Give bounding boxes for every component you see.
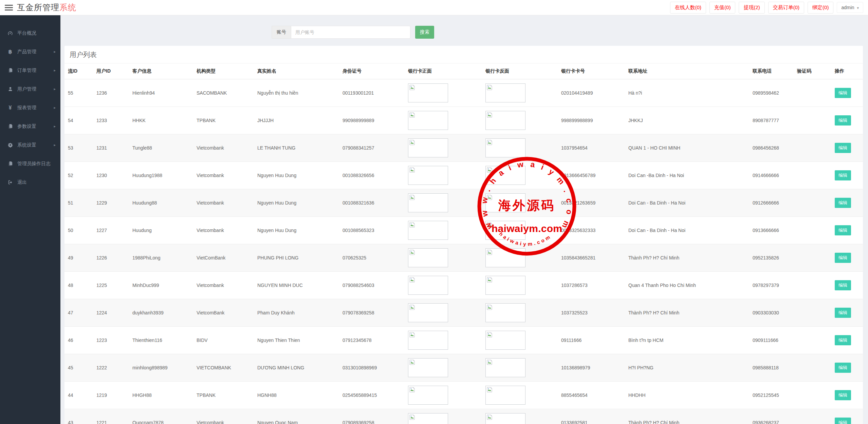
panel-title: 用户列表 <box>64 46 863 63</box>
top-link-1[interactable]: 充值(0) <box>709 2 735 14</box>
cell-real-name: JHJJJH <box>254 107 339 134</box>
cell-card-number: 998899988899 <box>558 107 625 134</box>
sidebar-item-8[interactable]: 退出 <box>0 173 60 192</box>
broken-image-icon <box>409 112 415 118</box>
cell-phone: 0936268237 <box>749 409 794 424</box>
broken-image-icon <box>486 332 493 338</box>
edit-button[interactable]: 编辑 <box>835 115 851 126</box>
cell-id-number: 001088565323 <box>339 216 405 244</box>
sidebar-item-6[interactable]: 系统设置▸ <box>0 136 60 154</box>
cell-card-number: 1035843665281 <box>558 244 625 271</box>
cell-address: Bình t?n tp HCM <box>625 326 749 354</box>
table-row: 48 1225 MinhDuc999 Vietcombank NGUYEN MI… <box>64 271 863 299</box>
broken-image-icon <box>409 222 415 228</box>
edit-button[interactable]: 编辑 <box>835 88 851 98</box>
column-header: 联系电话 <box>749 63 794 79</box>
hamburger-menu-icon[interactable] <box>5 5 13 11</box>
cell-flow-id: 54 <box>64 107 93 134</box>
sidebar-item-2[interactable]: 订单管理▸ <box>0 61 60 80</box>
table-row: 52 1230 Huudung1988 Vietcombank Nguyen H… <box>64 161 863 189</box>
bank-card-back-image <box>485 276 525 295</box>
sidebar-item-0[interactable]: 平台概况 <box>0 24 60 42</box>
broken-image-icon <box>486 139 493 146</box>
search-input[interactable] <box>291 26 410 39</box>
cell-real-name: DƯƠNG MINH LONG <box>254 354 339 381</box>
column-header: 验证码 <box>794 63 831 79</box>
search-field-label: 账号 <box>272 26 291 39</box>
bank-card-front-image <box>408 276 448 295</box>
edit-button[interactable]: 编辑 <box>835 198 851 208</box>
edit-button[interactable]: 编辑 <box>835 363 851 373</box>
sidebar-item-label: 平台概况 <box>17 30 36 36</box>
broken-image-icon <box>409 84 415 91</box>
cell-address: Quan 4 Thanh Pho Ho Chi Minh <box>625 271 749 299</box>
cell-user-id: 1223 <box>93 326 129 354</box>
column-header: 机构类型 <box>193 63 254 79</box>
bank-card-back-image <box>485 138 525 157</box>
sidebar-item-3[interactable]: 用户管理▸ <box>0 80 60 98</box>
cell-bank-type: Vietcombank <box>193 271 254 299</box>
top-link-3[interactable]: 交易订单(0) <box>768 2 804 14</box>
logout-icon <box>6 180 14 185</box>
edit-button[interactable]: 编辑 <box>835 280 851 290</box>
edit-button[interactable]: 编辑 <box>835 253 851 263</box>
cell-user-id: 1229 <box>93 189 129 216</box>
bank-card-front-image <box>408 166 448 185</box>
bank-card-back-image <box>485 331 525 350</box>
cell-customer-info: Huudung <box>129 216 193 244</box>
edit-button[interactable]: 编辑 <box>835 225 851 235</box>
chevron-right-icon: ▸ <box>54 124 56 129</box>
cell-flow-id: 43 <box>64 409 93 424</box>
cell-customer-info: Quocnam7878 <box>129 409 193 424</box>
bank-card-front-image <box>408 386 448 405</box>
cell-id-number: 079078369258 <box>339 299 405 326</box>
cell-flow-id: 46 <box>64 326 93 354</box>
cell-bank-type: Vietcombank <box>193 189 254 216</box>
sidebar-item-5[interactable]: 参数设置▸ <box>0 117 60 136</box>
table-row: 45 1222 minhlong898989 VIETCOMBANK DƯƠNG… <box>64 354 863 381</box>
edit-button[interactable]: 编辑 <box>835 143 851 153</box>
admin-username: admin <box>841 5 854 10</box>
top-header: 互金所管理系统 在线人数(0)充值(0)提现(2)交易订单(0)绑定(0) ad… <box>0 0 868 15</box>
cell-phone: 0952135826 <box>749 244 794 271</box>
cell-phone: 0903303030 <box>749 299 794 326</box>
top-link-4[interactable]: 绑定(0) <box>808 2 833 14</box>
cell-real-name: Nguyen Thien Thien <box>254 326 339 354</box>
cell-real-name: PHUNG PHI LONG <box>254 244 339 271</box>
edit-button[interactable]: 编辑 <box>835 390 851 400</box>
cell-flow-id: 53 <box>64 134 93 161</box>
broken-image-icon <box>486 249 493 255</box>
cell-real-name: Nguyễn thị thu hiền <box>254 79 339 107</box>
table-row: 53 1231 Tungle88 Vietcombank LE THANH TU… <box>64 134 863 161</box>
cell-verify-code <box>794 326 831 354</box>
edit-button[interactable]: 编辑 <box>835 335 851 345</box>
search-button[interactable]: 搜索 <box>415 26 434 39</box>
table-row: 44 1219 HHGH88 TPBANK HGNH88 02545658894… <box>64 381 863 409</box>
bank-card-back-image <box>485 386 525 405</box>
sidebar-item-label: 用户管理 <box>17 86 36 92</box>
cell-bank-type: Vietcombank <box>193 134 254 161</box>
cell-flow-id: 49 <box>64 244 93 271</box>
cell-user-id: 1230 <box>93 161 129 189</box>
broken-image-icon <box>409 249 415 255</box>
bank-card-back-image <box>485 413 525 424</box>
sidebar-item-1[interactable]: ฿产品管理▸ <box>0 42 60 61</box>
sidebar-item-4[interactable]: ¥报表管理▸ <box>0 98 60 117</box>
broken-image-icon <box>486 84 493 91</box>
edit-button[interactable]: 编辑 <box>835 418 851 424</box>
broken-image-icon <box>486 277 493 283</box>
sidebar-item-7[interactable]: 管理员操作日志 <box>0 154 60 173</box>
column-header: 联系地址 <box>625 63 749 79</box>
cell-verify-code <box>794 216 831 244</box>
cell-flow-id: 51 <box>64 189 93 216</box>
edit-button[interactable]: 编辑 <box>835 308 851 318</box>
chevron-down-icon: ▾ <box>857 6 859 10</box>
broken-image-icon <box>486 387 493 393</box>
admin-dropdown[interactable]: admin ▾ <box>837 2 863 13</box>
top-link-0[interactable]: 在线人数(0) <box>670 2 706 14</box>
edit-button[interactable]: 编辑 <box>835 170 851 180</box>
app-logo: 互金所管理系统 <box>17 2 76 13</box>
cell-phone: 0914666666 <box>749 161 794 189</box>
bank-card-back-image <box>485 166 525 185</box>
top-link-2[interactable]: 提现(2) <box>739 2 764 14</box>
